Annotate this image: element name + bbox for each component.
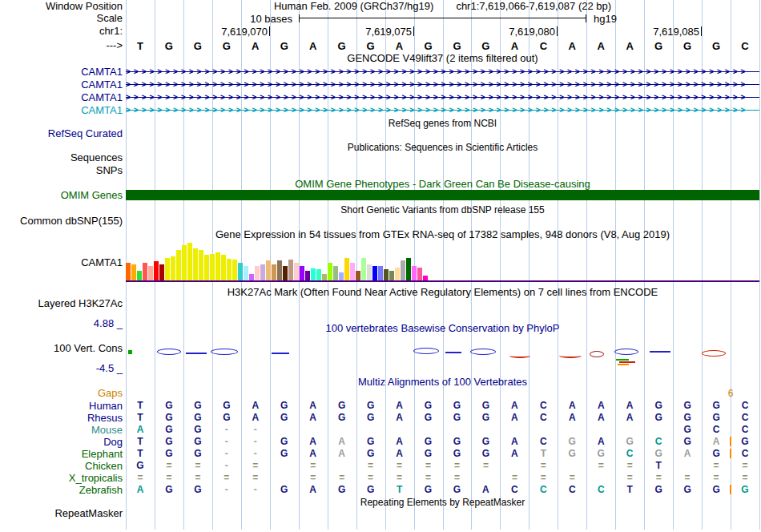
- alignment-base: G: [356, 436, 385, 447]
- gtex-bar[interactable]: [137, 271, 142, 280]
- cons-scale-max: 4.88 _: [94, 318, 123, 329]
- track-label-gaps[interactable]: Gaps: [98, 388, 123, 399]
- gtex-bar[interactable]: [294, 263, 299, 280]
- track-label-h3k27ac[interactable]: Layered H3K27Ac: [38, 298, 123, 309]
- gtex-bar[interactable]: [260, 264, 265, 280]
- gtex-bar[interactable]: [204, 255, 209, 280]
- species-label[interactable]: Chicken: [85, 460, 123, 472]
- gtex-bar[interactable]: [154, 261, 159, 280]
- track-label-refseq-curated[interactable]: RefSeq Curated: [48, 128, 123, 139]
- alignment-base: =: [385, 460, 414, 471]
- gene-label[interactable]: CAMTA1: [81, 91, 123, 103]
- gene-label[interactable]: CAMTA1: [81, 79, 123, 91]
- alignment-base: =: [731, 472, 759, 483]
- species-label[interactable]: Human: [89, 400, 123, 412]
- alignment-base: T: [126, 400, 155, 411]
- gtex-bar[interactable]: [361, 258, 366, 280]
- alignment-base: =: [558, 472, 586, 483]
- species-label[interactable]: Dog: [103, 436, 123, 448]
- gtex-bar[interactable]: [344, 258, 349, 280]
- gtex-bar[interactable]: [249, 274, 254, 280]
- gtex-bar[interactable]: [401, 260, 405, 280]
- gtex-bar[interactable]: [221, 255, 226, 280]
- gtex-bar[interactable]: [378, 266, 383, 280]
- alignment-base: =: [299, 472, 328, 483]
- gtex-bar[interactable]: [143, 263, 147, 280]
- alignment-base: G: [155, 448, 183, 459]
- alignment-base: G: [471, 400, 500, 411]
- track-label-repeatmasker[interactable]: RepeatMasker: [54, 508, 123, 519]
- gtex-bar[interactable]: [176, 250, 181, 280]
- alignment-base: G: [183, 424, 212, 435]
- gene-label[interactable]: CAMTA1: [81, 66, 123, 78]
- alignment-base: G: [558, 448, 586, 459]
- gtex-bar[interactable]: [215, 252, 220, 280]
- gtex-bar[interactable]: [333, 266, 338, 280]
- gtex-bar[interactable]: [350, 263, 355, 280]
- gridline: [759, 0, 760, 530]
- species-label[interactable]: Rhesus: [87, 412, 123, 424]
- alignment-base: A: [471, 484, 500, 495]
- gtex-bar[interactable]: [322, 274, 327, 280]
- reference-base: A: [385, 40, 414, 52]
- track-label-dbsnp[interactable]: Common dbSNP(155): [20, 216, 123, 227]
- species-label[interactable]: X_tropicalis: [69, 472, 123, 484]
- gtex-bar[interactable]: [277, 260, 282, 280]
- gtex-bar[interactable]: [316, 269, 321, 280]
- gtex-bar[interactable]: [171, 256, 175, 280]
- gtex-bar[interactable]: [395, 268, 400, 280]
- gap-size: 6: [723, 388, 738, 399]
- gtex-bar[interactable]: [367, 264, 372, 280]
- alignment-base: G: [212, 400, 241, 411]
- gtex-bar[interactable]: [288, 260, 293, 280]
- gtex-bar[interactable]: [339, 272, 344, 280]
- gtex-bar[interactable]: [126, 263, 131, 280]
- gtex-bar[interactable]: [148, 266, 153, 280]
- genome-browser-image[interactable]: Human Feb. 2009 (GRCh37/hg19)chr1:7,619,…: [0, 0, 761, 532]
- gtex-bar[interactable]: [266, 260, 271, 280]
- gtex-bar[interactable]: [384, 269, 389, 280]
- gtex-bar[interactable]: [356, 271, 360, 280]
- gtex-bar[interactable]: [283, 266, 288, 280]
- gtex-bar[interactable]: [406, 258, 411, 280]
- track-label-snps[interactable]: SNPs: [96, 165, 123, 176]
- gtex-bar[interactable]: [244, 266, 248, 280]
- conservation-mark: [590, 351, 604, 357]
- omim-gene-bar[interactable]: [126, 190, 759, 200]
- gtex-bar[interactable]: [389, 271, 394, 280]
- track-label-omim-genes[interactable]: OMIM Genes: [61, 190, 123, 201]
- gtex-bar[interactable]: [199, 250, 203, 280]
- gtex-bar[interactable]: [238, 263, 243, 280]
- gtex-bar[interactable]: [232, 260, 237, 280]
- conservation-mark: [186, 353, 207, 354]
- gtex-bar[interactable]: [187, 243, 192, 280]
- gtex-bar[interactable]: [131, 264, 136, 280]
- gtex-bar[interactable]: [423, 276, 428, 280]
- gtex-bar[interactable]: [255, 266, 260, 280]
- gtex-bar[interactable]: [159, 264, 164, 280]
- gtex-bar[interactable]: [412, 266, 417, 280]
- species-label[interactable]: Zebrafish: [79, 484, 123, 496]
- gtex-bar[interactable]: [328, 263, 332, 280]
- gtex-bar[interactable]: [165, 258, 170, 280]
- gtex-bar[interactable]: [300, 266, 304, 280]
- gtex-bar[interactable]: [182, 245, 187, 280]
- gtex-bar[interactable]: [417, 268, 422, 280]
- gene-label[interactable]: CAMTA1: [81, 104, 123, 116]
- track-label-sequences[interactable]: Sequences: [70, 152, 123, 163]
- gtex-bar[interactable]: [305, 271, 310, 280]
- gtex-bar[interactable]: [210, 254, 215, 280]
- species-label[interactable]: Elephant: [82, 448, 123, 460]
- conservation-mark: [619, 361, 635, 363]
- track-label-cons[interactable]: 100 Vert. Cons: [54, 343, 123, 354]
- gtex-bar[interactable]: [193, 248, 198, 280]
- gtex-bar[interactable]: [311, 268, 316, 280]
- species-label[interactable]: Mouse: [91, 424, 123, 436]
- alignment-base: A: [500, 448, 529, 459]
- track-label-gtex-gene[interactable]: CAMTA1: [81, 257, 123, 268]
- alignment-base: -: [212, 424, 241, 435]
- gtex-bar[interactable]: [372, 266, 377, 280]
- reference-base: G: [155, 40, 183, 52]
- gtex-bar[interactable]: [272, 264, 276, 280]
- gtex-bar[interactable]: [227, 259, 232, 280]
